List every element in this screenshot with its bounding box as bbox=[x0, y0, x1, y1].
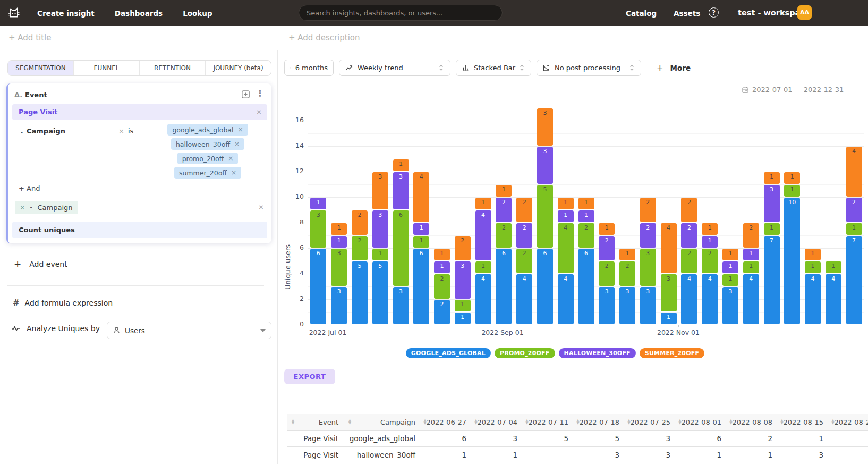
chart-type-select[interactable]: Stacked Bar bbox=[456, 60, 531, 76]
table-header-cell[interactable]: ▲▼2022-07-25 bbox=[625, 414, 676, 431]
bar-segment[interactable]: 4 bbox=[702, 274, 718, 324]
bar-segment[interactable]: 1 bbox=[826, 261, 841, 273]
bar-segment[interactable]: 2 bbox=[599, 236, 615, 260]
bar-segment[interactable]: 5 bbox=[537, 185, 553, 248]
post-processing-select[interactable]: No post processing bbox=[537, 60, 641, 76]
bar-segment[interactable]: 6 bbox=[496, 249, 512, 324]
bar-segment[interactable]: 1 bbox=[764, 172, 780, 184]
bar-segment[interactable]: 3 bbox=[619, 287, 635, 324]
event-name[interactable]: Page Visit bbox=[19, 108, 57, 116]
filter-property[interactable]: Campaign bbox=[27, 127, 65, 135]
bar-segment[interactable]: 1 bbox=[784, 172, 800, 184]
bar-segment[interactable]: 6 bbox=[578, 249, 594, 324]
bar-segment[interactable]: 1 bbox=[702, 236, 718, 248]
nav-lookup[interactable]: Lookup bbox=[183, 9, 212, 18]
bar-segment[interactable]: 3 bbox=[372, 210, 388, 248]
bar-segment[interactable]: 2 bbox=[516, 249, 532, 273]
bar-segment[interactable]: 1 bbox=[743, 261, 759, 273]
remove-value-icon[interactable]: × bbox=[234, 140, 240, 148]
bar-segment[interactable]: 1 bbox=[455, 300, 471, 311]
bar-segment[interactable]: 3 bbox=[537, 147, 553, 184]
bar-segment[interactable]: 4 bbox=[743, 274, 759, 324]
bar-segment[interactable]: 6 bbox=[413, 249, 429, 324]
bar-segment[interactable]: 2 bbox=[578, 223, 594, 248]
bar-segment[interactable]: 1 bbox=[496, 185, 512, 197]
export-button[interactable]: EXPORT bbox=[284, 369, 335, 384]
bar-segment[interactable]: 1 bbox=[578, 210, 594, 222]
filter-value-tag[interactable]: google_ads_global× bbox=[167, 124, 248, 136]
bar-segment[interactable]: 1 bbox=[475, 198, 491, 209]
tab-segmentation[interactable]: SEGMENTATION bbox=[8, 61, 74, 75]
add-filter-icon[interactable] bbox=[241, 89, 251, 102]
bar-segment[interactable]: 2 bbox=[743, 223, 759, 248]
add-and-condition[interactable]: + And bbox=[19, 184, 40, 192]
bar-segment[interactable]: 6 bbox=[393, 210, 409, 286]
add-description-placeholder[interactable]: + Add description bbox=[288, 33, 360, 43]
bar-segment[interactable]: 3 bbox=[722, 287, 738, 324]
add-event-button[interactable]: + Add event bbox=[14, 259, 67, 269]
bar-segment[interactable]: 3 bbox=[661, 274, 677, 311]
bar-segment[interactable]: 2 bbox=[702, 249, 718, 273]
bar-segment[interactable]: 2 bbox=[455, 236, 471, 260]
bar-segment[interactable]: 3 bbox=[640, 287, 656, 324]
tab-funnel[interactable]: FUNNEL bbox=[74, 61, 140, 75]
bar-segment[interactable]: 5 bbox=[372, 261, 388, 324]
remove-value-icon[interactable]: × bbox=[231, 169, 236, 176]
filter-operator[interactable]: is bbox=[128, 127, 133, 135]
remove-event-icon[interactable]: × bbox=[256, 108, 262, 116]
legend-pill[interactable]: HALLOWEEN_30OFF bbox=[559, 348, 636, 358]
bar-segment[interactable]: 3 bbox=[331, 287, 347, 324]
table-header-cell[interactable]: ▲▼2022-06-27 bbox=[421, 414, 472, 431]
bar-segment[interactable]: 1 bbox=[393, 159, 409, 171]
bar-segment[interactable]: 2 bbox=[681, 249, 697, 273]
global-search-input[interactable] bbox=[299, 5, 503, 21]
bar-segment[interactable]: 10 bbox=[784, 198, 800, 324]
filter-value-tag[interactable]: halloween_30off× bbox=[171, 138, 244, 150]
bar-segment[interactable]: 2 bbox=[640, 223, 656, 248]
legend-pill[interactable]: GOOGLE_ADS_GLOBAL bbox=[406, 348, 491, 358]
table-header-cell[interactable]: ▲▼Campaign bbox=[344, 414, 421, 431]
bar-segment[interactable]: 4 bbox=[475, 210, 491, 260]
table-header-cell[interactable]: ▲▼2022-08-15 bbox=[778, 414, 829, 431]
bar-segment[interactable]: 3 bbox=[764, 185, 780, 222]
more-controls-button[interactable]: + More bbox=[657, 63, 691, 73]
bar-segment[interactable]: 2 bbox=[681, 223, 697, 248]
more-options-icon[interactable]: ⋮ bbox=[256, 89, 264, 98]
bar-segment[interactable]: 4 bbox=[475, 274, 491, 324]
bar-segment[interactable]: 1 bbox=[846, 223, 862, 235]
bar-segment[interactable]: 2 bbox=[516, 223, 532, 248]
remove-value-icon[interactable]: × bbox=[228, 155, 233, 162]
bar-segment[interactable]: 6 bbox=[310, 249, 326, 324]
bar-segment[interactable]: 1 bbox=[331, 223, 347, 235]
table-header-cell[interactable]: ▲▼2022-07-11 bbox=[523, 414, 574, 431]
bar-segment[interactable]: 1 bbox=[599, 223, 615, 235]
bar-segment[interactable]: 1 bbox=[702, 223, 718, 235]
bar-segment[interactable]: 1 bbox=[475, 261, 491, 273]
bar-segment[interactable]: 1 bbox=[434, 249, 450, 260]
table-header-cell[interactable]: ▲▼2022-08-08 bbox=[727, 414, 778, 431]
bar-segment[interactable]: 4 bbox=[558, 223, 574, 273]
bar-segment[interactable]: 4 bbox=[661, 223, 677, 273]
help-icon[interactable]: ? bbox=[709, 7, 719, 18]
measure-row[interactable]: Count uniques bbox=[12, 222, 267, 238]
bar-segment[interactable]: 4 bbox=[826, 274, 841, 324]
bar-segment[interactable]: 3 bbox=[640, 249, 656, 286]
trend-select[interactable]: Weekly trend bbox=[339, 60, 450, 76]
bar-segment[interactable]: 4 bbox=[805, 274, 821, 324]
tab-journey[interactable]: JOURNEY (beta) bbox=[206, 61, 271, 75]
bar-segment[interactable]: 1 bbox=[578, 198, 594, 209]
bar-segment[interactable]: 1 bbox=[764, 223, 780, 235]
sort-icon[interactable]: ▲▼ bbox=[292, 419, 294, 425]
bar-segment[interactable]: 3 bbox=[537, 108, 553, 146]
bar-segment[interactable]: 5 bbox=[352, 261, 368, 324]
bar-segment[interactable]: 2 bbox=[434, 274, 450, 299]
bar-segment[interactable]: 6 bbox=[537, 249, 553, 324]
bar-segment[interactable]: 1 bbox=[372, 249, 388, 260]
bar-segment[interactable]: 4 bbox=[846, 147, 862, 197]
table-header-cell[interactable]: ▲▼2022-08-22 bbox=[829, 414, 868, 431]
bar-segment[interactable]: 3 bbox=[310, 210, 326, 248]
filter-value-tag[interactable]: promo_20off× bbox=[177, 153, 239, 164]
bar-segment[interactable]: 1 bbox=[722, 249, 738, 260]
bar-segment[interactable]: 3 bbox=[372, 172, 388, 209]
bar-segment[interactable]: 1 bbox=[619, 249, 635, 260]
